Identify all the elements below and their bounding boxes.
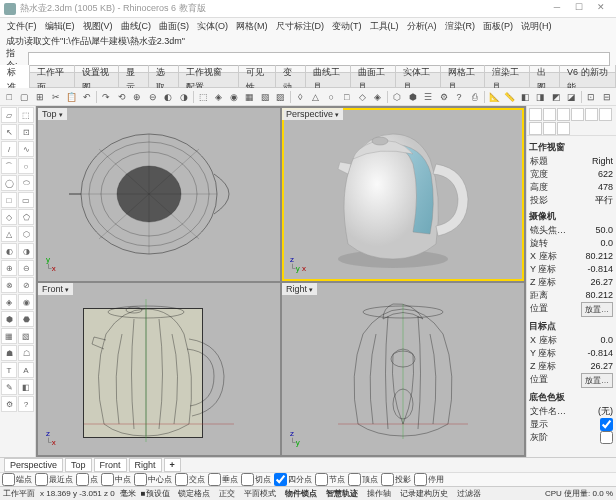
command-input[interactable] (28, 52, 610, 66)
toolbar-icon-16[interactable]: ▧ (258, 89, 273, 104)
toolbar-icon-8[interactable]: ⊕ (130, 89, 145, 104)
osnap-2[interactable]: 点 (76, 473, 98, 486)
viewport-tab-right[interactable]: Right (129, 458, 162, 472)
menu-8[interactable]: 变动(T) (329, 20, 365, 33)
viewport-tab-top[interactable]: Top (65, 458, 92, 472)
tool-button-3[interactable]: ⊡ (18, 124, 34, 140)
toolbar-icon-36[interactable]: ⊡ (584, 89, 599, 104)
tool-button-19[interactable]: ⊖ (18, 260, 34, 276)
prop-height-value[interactable]: 478 (598, 181, 613, 194)
panel-tab-icon-5[interactable] (599, 108, 612, 121)
toolbar-icon-22[interactable]: ◇ (355, 89, 370, 104)
toolbar-icon-24[interactable]: ⬡ (390, 89, 405, 104)
osnap-checkbox-8[interactable] (274, 473, 287, 486)
toolbar-icon-0[interactable]: □ (2, 89, 17, 104)
toolbar-icon-14[interactable]: ◉ (227, 89, 242, 104)
osnap-checkbox-7[interactable] (241, 473, 254, 486)
viewport-tab-+[interactable]: + (164, 458, 181, 472)
tool-button-12[interactable]: ◇ (1, 209, 17, 225)
tool-button-2[interactable]: ↖ (1, 124, 17, 140)
menu-7[interactable]: 尺寸标注(D) (273, 20, 328, 33)
toolbar-icon-10[interactable]: ◐ (161, 89, 176, 104)
menu-3[interactable]: 曲线(C) (118, 20, 155, 33)
osnap-checkbox-1[interactable] (35, 473, 48, 486)
tool-button-22[interactable]: ◈ (1, 294, 17, 310)
place-camera-button[interactable]: 放置… (581, 302, 613, 317)
maximize-button[interactable]: ☐ (568, 2, 590, 16)
tool-button-0[interactable]: ▱ (1, 107, 17, 123)
toolbar-icon-13[interactable]: ◈ (211, 89, 226, 104)
prop-dist-value[interactable]: 80.212 (585, 289, 613, 302)
tool-button-27[interactable]: ▧ (18, 328, 34, 344)
menu-9[interactable]: 工具(L) (367, 20, 402, 33)
toolbar-icon-5[interactable]: ↶ (80, 89, 95, 104)
osnap-checkbox-10[interactable] (348, 473, 361, 486)
prop-ty-value[interactable]: -0.814 (587, 347, 613, 360)
viewport-perspective[interactable]: Perspective▾ z└y x (282, 108, 524, 281)
menu-2[interactable]: 视图(V) (80, 20, 116, 33)
osnap-5[interactable]: 交点 (175, 473, 205, 486)
chevron-down-icon[interactable]: ▾ (59, 111, 63, 118)
tool-button-28[interactable]: ☗ (1, 345, 17, 361)
toolbar-icon-31[interactable]: 📏 (502, 89, 517, 104)
tool-button-35[interactable]: ? (18, 396, 34, 412)
toolbar-icon-30[interactable]: 📐 (487, 89, 502, 104)
viewport-label-front[interactable]: Front▾ (38, 283, 73, 295)
sb-cplane[interactable]: 工作平面 (3, 488, 35, 499)
toolbar-icon-18[interactable]: ◊ (293, 89, 308, 104)
sb-layer[interactable]: ■预设值 (141, 488, 170, 499)
tool-button-26[interactable]: ▦ (1, 328, 17, 344)
prop-tx-value[interactable]: 0.0 (600, 334, 613, 347)
viewport-front[interactable]: Front▾ z└x (38, 283, 280, 456)
tool-button-1[interactable]: ⬚ (18, 107, 34, 123)
tool-button-4[interactable]: / (1, 141, 17, 157)
tool-button-17[interactable]: ◑ (18, 243, 34, 259)
chevron-down-icon[interactable]: ▾ (65, 286, 69, 293)
panel-tab-icon-7[interactable] (543, 122, 556, 135)
minimize-button[interactable]: ─ (546, 2, 568, 16)
status-toggle-0[interactable]: 锁定格点 (175, 488, 213, 499)
osnap-checkbox-6[interactable] (208, 473, 221, 486)
prop-rot-value[interactable]: 0.0 (600, 237, 613, 250)
tool-button-20[interactable]: ⊗ (1, 277, 17, 293)
toolbar-icon-6[interactable]: ↷ (99, 89, 114, 104)
osnap-checkbox-4[interactable] (134, 473, 147, 486)
prop-camy-value[interactable]: -0.814 (587, 263, 613, 276)
toolbar-icon-27[interactable]: ⚙ (436, 89, 451, 104)
menu-1[interactable]: 编辑(E) (42, 20, 78, 33)
viewport-label-top[interactable]: Top▾ (38, 108, 67, 120)
toolbar-icon-3[interactable]: ✂ (49, 89, 64, 104)
gray-checkbox[interactable] (600, 431, 613, 444)
prop-lens-value[interactable]: 50.0 (595, 224, 613, 237)
tool-button-5[interactable]: ∿ (18, 141, 34, 157)
menu-5[interactable]: 实体(O) (194, 20, 231, 33)
toolbar-icon-34[interactable]: ◩ (549, 89, 564, 104)
panel-tab-icon-6[interactable] (529, 122, 542, 135)
viewport-tab-perspective[interactable]: Perspective (4, 458, 63, 472)
status-toggle-5[interactable]: 操作轴 (364, 488, 394, 499)
tool-button-30[interactable]: T (1, 362, 17, 378)
osnap-11[interactable]: 投影 (381, 473, 411, 486)
panel-tab-icon-0[interactable] (529, 108, 542, 121)
viewport-right[interactable]: Right▾ z└y (282, 283, 524, 456)
panel-tab-icon-2[interactable] (557, 108, 570, 121)
panel-tab-icon-4[interactable] (585, 108, 598, 121)
osnap-checkbox-5[interactable] (175, 473, 188, 486)
tool-button-16[interactable]: ◐ (1, 243, 17, 259)
tool-button-24[interactable]: ⬢ (1, 311, 17, 327)
status-toggle-6[interactable]: 记录建构历史 (397, 488, 451, 499)
osnap-10[interactable]: 顶点 (348, 473, 378, 486)
menu-13[interactable]: 说明(H) (518, 20, 555, 33)
osnap-checkbox-9[interactable] (315, 473, 328, 486)
tool-button-21[interactable]: ⊘ (18, 277, 34, 293)
panel-tab-icon-3[interactable] (571, 108, 584, 121)
toolbar-icon-29[interactable]: ⎙ (467, 89, 482, 104)
status-toggle-7[interactable]: 过滤器 (454, 488, 484, 499)
tool-button-29[interactable]: ☖ (18, 345, 34, 361)
prop-tz-value[interactable]: 26.27 (590, 360, 613, 373)
prop-camx-value[interactable]: 80.212 (585, 250, 613, 263)
osnap-12[interactable]: 停用 (414, 473, 444, 486)
toolbar-icon-19[interactable]: △ (308, 89, 323, 104)
show-checkbox[interactable] (600, 418, 613, 431)
toolbar-icon-20[interactable]: ○ (324, 89, 339, 104)
